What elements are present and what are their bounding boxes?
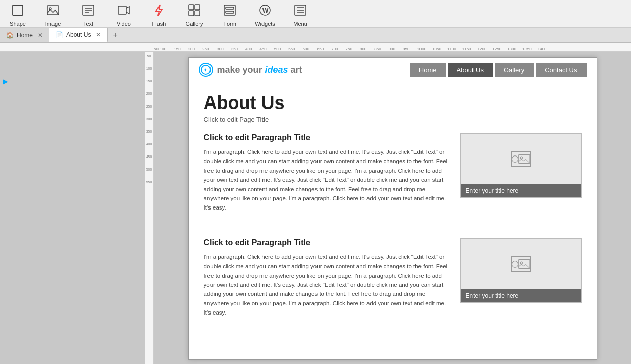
logo-text: make your ideas art bbox=[217, 65, 302, 75]
video-label: Video bbox=[117, 21, 131, 27]
svg-rect-15 bbox=[226, 11, 234, 13]
vertical-ruler: 50 100 150 200 250 300 350 400 450 500 5… bbox=[145, 52, 154, 364]
horizontal-guideline bbox=[9, 81, 154, 81]
svg-rect-13 bbox=[224, 5, 235, 15]
nav-contact-us[interactable]: Contact Us bbox=[536, 63, 586, 77]
tab-home[interactable]: 🏠 Home ✕ bbox=[0, 28, 49, 42]
image-placeholder-2: Enter your title here bbox=[460, 238, 582, 303]
flash-tool[interactable]: Flash bbox=[146, 1, 172, 27]
page-title[interactable]: About Us bbox=[204, 92, 582, 114]
section-2-text[interactable]: I'm a paragraph. Click here to add your … bbox=[204, 252, 450, 318]
image-title-1[interactable]: Enter your title here bbox=[461, 184, 581, 197]
site-header: ✦ make your ideas art Home About Us Gall… bbox=[189, 58, 597, 82]
svg-rect-0 bbox=[13, 5, 23, 15]
form-icon bbox=[221, 1, 239, 19]
shape-label: Shape bbox=[10, 21, 26, 27]
svg-rect-9 bbox=[189, 5, 194, 10]
toolbar: Shape Image Text bbox=[0, 0, 631, 28]
menu-tool[interactable]: Menu bbox=[288, 1, 313, 27]
about-tab-close[interactable]: ✕ bbox=[96, 31, 101, 38]
main-area: ▶ 50 100 150 200 250 300 350 400 450 500… bbox=[0, 52, 631, 364]
svg-rect-14 bbox=[226, 7, 234, 9]
tabbar: 🏠 Home ✕ 📄 About Us ✕ + bbox=[0, 28, 631, 43]
shape-tool[interactable]: Shape bbox=[5, 1, 30, 27]
svg-rect-1 bbox=[47, 6, 59, 15]
page-subtitle[interactable]: Click to edit Page Title bbox=[204, 116, 582, 123]
logo-text-1: make your bbox=[217, 65, 265, 75]
widgets-label: Widgets bbox=[255, 21, 275, 27]
section-divider-1 bbox=[204, 228, 582, 228]
nav-home[interactable]: Home bbox=[410, 63, 446, 77]
site-nav: Home About Us Gallery Contact Us bbox=[410, 63, 587, 77]
text-tool[interactable]: Text bbox=[76, 1, 101, 27]
home-tab-close[interactable]: ✕ bbox=[38, 32, 43, 39]
svg-marker-8 bbox=[156, 5, 162, 16]
nav-gallery[interactable]: Gallery bbox=[495, 63, 534, 77]
svg-rect-24 bbox=[519, 154, 530, 163]
gallery-icon bbox=[185, 1, 203, 19]
logo-text-highlight: ideas bbox=[265, 65, 288, 75]
shape-icon bbox=[9, 1, 27, 19]
left-panel: ▶ 50 100 150 200 250 300 350 400 450 500… bbox=[0, 52, 154, 364]
site-preview: ✦ make your ideas art Home About Us Gall… bbox=[188, 57, 597, 360]
widgets-tool[interactable]: W Widgets bbox=[252, 1, 278, 27]
section-2-title[interactable]: Click to edit Paragraph Title bbox=[204, 238, 450, 247]
content-section-1: Click to edit Paragraph Title I'm a para… bbox=[204, 133, 582, 213]
svg-rect-10 bbox=[195, 5, 200, 10]
svg-text:W: W bbox=[262, 7, 269, 14]
home-tab-label: Home bbox=[17, 32, 33, 39]
nav-about-us[interactable]: About Us bbox=[448, 63, 493, 77]
svg-rect-11 bbox=[189, 11, 194, 16]
image-icon bbox=[44, 1, 62, 19]
form-tool[interactable]: Form bbox=[217, 1, 242, 27]
image-area-2 bbox=[461, 239, 581, 289]
svg-point-25 bbox=[520, 157, 522, 159]
svg-text:✦: ✦ bbox=[203, 67, 207, 73]
add-tab-button[interactable]: + bbox=[108, 28, 122, 42]
image-label: Image bbox=[45, 21, 61, 27]
gallery-label: Gallery bbox=[186, 21, 203, 27]
section-1-title[interactable]: Click to edit Paragraph Title bbox=[204, 133, 450, 142]
image-tool[interactable]: Image bbox=[40, 1, 66, 27]
logo-text-3: art bbox=[288, 65, 302, 75]
svg-rect-26 bbox=[519, 259, 530, 268]
svg-point-27 bbox=[520, 262, 522, 264]
text-icon bbox=[79, 1, 97, 19]
image-area-1 bbox=[461, 134, 581, 184]
horizontal-ruler: 50 100 150 200 250 300 350 400 450 500 5… bbox=[0, 43, 631, 52]
form-label: Form bbox=[223, 21, 236, 27]
home-tab-icon: 🏠 bbox=[6, 32, 14, 39]
tab-about-us[interactable]: 📄 About Us ✕ bbox=[49, 28, 108, 42]
flash-icon bbox=[150, 1, 168, 19]
video-icon bbox=[115, 1, 133, 19]
logo-icon: ✦ bbox=[199, 63, 213, 77]
about-tab-icon: 📄 bbox=[56, 31, 63, 38]
guideline-arrow: ▶ bbox=[3, 77, 8, 85]
canvas-area[interactable]: ✦ make your ideas art Home About Us Gall… bbox=[154, 52, 631, 364]
svg-rect-12 bbox=[195, 11, 200, 16]
ruler-marks: 50 100 150 200 250 300 350 400 450 500 5… bbox=[154, 43, 547, 51]
about-tab-label: About Us bbox=[66, 31, 91, 38]
image-title-2[interactable]: Enter your title here bbox=[461, 289, 581, 302]
image-placeholder-icon-2 bbox=[511, 256, 531, 272]
site-logo: ✦ make your ideas art bbox=[199, 63, 302, 77]
menu-label: Menu bbox=[293, 21, 307, 27]
widgets-icon: W bbox=[256, 1, 274, 19]
image-placeholder-1: Enter your title here bbox=[460, 133, 582, 198]
section-1-left: Click to edit Paragraph Title I'm a para… bbox=[204, 133, 450, 213]
svg-rect-7 bbox=[118, 6, 126, 14]
menu-icon bbox=[291, 1, 309, 19]
section-2-image[interactable]: Enter your title here bbox=[460, 238, 582, 318]
video-tool[interactable]: Video bbox=[111, 1, 136, 27]
flash-label: Flash bbox=[152, 21, 166, 27]
text-label: Text bbox=[83, 21, 93, 27]
content-section-2: Click to edit Paragraph Title I'm a para… bbox=[204, 238, 582, 318]
section-2-left: Click to edit Paragraph Title I'm a para… bbox=[204, 238, 450, 318]
section-1-image[interactable]: Enter your title here bbox=[460, 133, 582, 213]
section-1-text[interactable]: I'm a paragraph. Click here to add your … bbox=[204, 147, 450, 213]
site-content: About Us Click to edit Page Title Click … bbox=[189, 82, 597, 342]
image-placeholder-icon-1 bbox=[511, 151, 531, 167]
gallery-tool[interactable]: Gallery bbox=[182, 1, 207, 27]
